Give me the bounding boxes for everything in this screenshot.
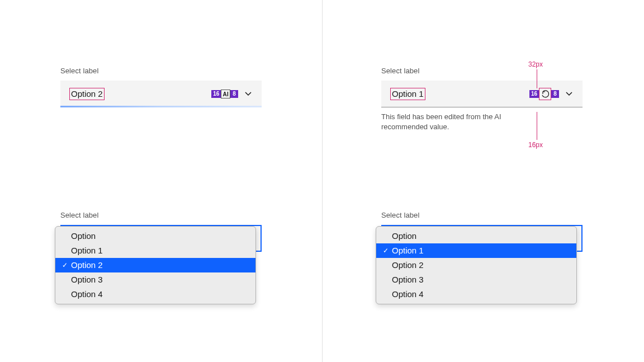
dimension-32px: 32px [528,60,543,68]
value-spec-box: Option 1 [390,88,425,100]
menu-item-label: Option 4 [71,288,103,300]
chevron-down-icon[interactable] [244,90,253,98]
panel-bottom-right: Select label Option ✓Option 1 Option 2 O… [381,211,583,252]
menu-item[interactable]: Option [55,229,255,243]
menu-item-label: Option 3 [392,274,424,286]
panel-bottom-left: Select label Option Option 1 ✓Option 2 O… [60,211,262,252]
check-icon: ✓ [61,259,69,271]
panel-top-left: Select label Option 2 16 AI 8 [60,67,262,107]
spec-badge-16: 16 [529,90,539,98]
menu-item[interactable]: Option 4 [376,287,576,302]
dropdown-menu: Option Option 1 ✓Option 2 Option 3 Optio… [55,226,256,304]
select-bottom-border [381,107,583,107]
menu-item[interactable]: Option 3 [55,272,255,287]
menu-item-label: Option [71,230,96,242]
select-field[interactable]: Option 2 16 AI 8 [60,81,262,107]
helper-text: This field has been edited from the AI r… [381,112,543,132]
panel-top-right: Select label Option 1 16 8 This field ha… [381,67,583,132]
dimension-line-32px [537,69,537,88]
spec-badge-8: 8 [230,90,238,98]
dropdown-menu: Option ✓Option 1 Option 2 Option 3 Optio… [376,226,577,304]
chevron-down-icon[interactable] [565,90,574,98]
menu-item-label: Option 2 [71,259,103,271]
check-icon: ✓ [382,245,390,257]
spec-badge-16: 16 [211,90,221,98]
menu-item-label: Option [392,230,416,242]
menu-item-label: Option 4 [392,288,424,300]
spec-badge-8: 8 [551,90,559,98]
ai-slug[interactable]: AI [221,90,230,98]
dimension-line-16px [537,112,537,140]
select-label: Select label [381,211,583,219]
ai-gradient-indicator [60,106,262,107]
select-value: Option 1 [390,88,529,100]
select-field-open[interactable]: Option ✓Option 1 Option 2 Option 3 Optio… [381,225,583,252]
select-field[interactable]: Option 1 16 8 [381,81,583,107]
dimension-16px: 16px [528,141,543,149]
menu-item-label: Option 1 [392,245,424,257]
menu-item-selected[interactable]: ✓Option 1 [376,243,576,258]
revert-button-spec-box [539,88,551,100]
menu-item-selected[interactable]: ✓Option 2 [55,258,255,272]
menu-item[interactable]: Option 1 [55,243,255,258]
menu-item-label: Option 1 [71,245,103,257]
revert-icon[interactable] [541,90,550,98]
value-spec-box: Option 2 [69,88,105,100]
select-field-open[interactable]: Option Option 1 ✓Option 2 Option 3 Optio… [60,225,262,252]
menu-item-label: Option 2 [392,259,424,271]
select-label: Select label [60,211,262,219]
menu-item[interactable]: Option 4 [55,287,255,302]
center-divider [322,0,323,362]
menu-item-label: Option 3 [71,274,103,286]
select-label: Select label [60,67,262,75]
menu-item[interactable]: Option 3 [376,272,576,287]
menu-item[interactable]: Option 2 [376,258,576,272]
select-value: Option 2 [69,88,211,100]
select-label: Select label [381,67,583,75]
menu-item[interactable]: Option [376,229,576,243]
